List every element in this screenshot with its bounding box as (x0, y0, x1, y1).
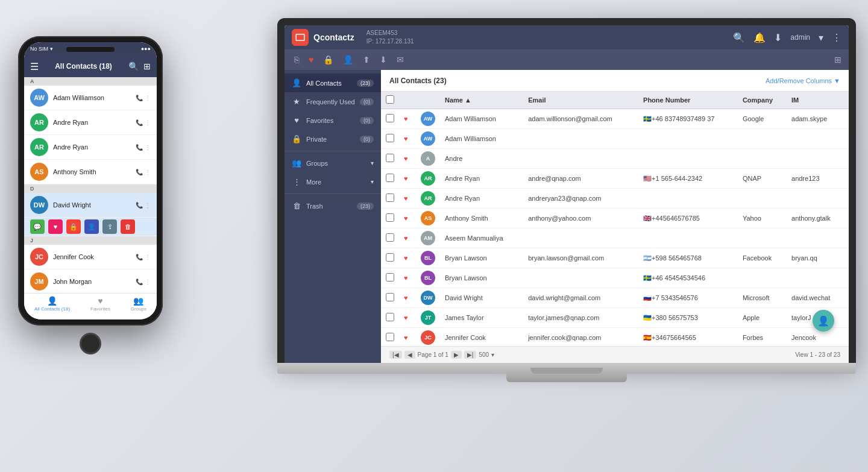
user-action[interactable]: 👤 (84, 219, 99, 234)
delete-action[interactable]: 🗑 (121, 219, 135, 234)
row-checkbox[interactable] (386, 213, 394, 222)
table-row[interactable]: ♥ JT James Taylor taylor.james@qnap.com … (381, 308, 849, 328)
lock-action[interactable]: 🔒 (66, 219, 81, 234)
admin-arrow-icon[interactable]: ▾ (819, 32, 823, 43)
row-phone: 🇺🇦+380 56575753 (638, 308, 738, 328)
sidebar-item-trash[interactable]: 🗑 Trash (23) (285, 197, 381, 215)
add-remove-columns-button[interactable]: Add/Remove Columns ▼ (766, 77, 840, 84)
toolbar-heart-icon[interactable]: ♥ (306, 52, 316, 67)
row-heart-icon[interactable]: ♥ (404, 195, 408, 202)
phone-home-button[interactable] (80, 333, 101, 354)
more-label: More (306, 178, 366, 186)
page-last[interactable]: ▶| (464, 351, 477, 359)
row-checkbox[interactable] (386, 174, 394, 182)
sidebar-item-all-contacts[interactable]: 👤 All Contacts (23) (285, 74, 381, 92)
sidebar-item-favorites[interactable]: ♥ Favorites (0) (285, 111, 381, 130)
list-item[interactable]: AS Anthony Smith 📞 ⋮ (24, 160, 157, 184)
row-checkbox[interactable] (386, 114, 394, 122)
col-company[interactable]: Company (738, 92, 787, 109)
sidebar-item-more[interactable]: ⋮ More ▾ (285, 172, 381, 191)
row-heart-icon[interactable]: ♥ (404, 254, 408, 262)
row-checkbox[interactable] (386, 154, 394, 162)
list-item-selected[interactable]: DW David Wright 📞 ⋮ (24, 193, 157, 218)
more-options-icon[interactable]: ⋮ (832, 32, 841, 43)
list-item[interactable]: JC Jennifer Cook 📞 ⋮ (24, 245, 157, 269)
sidebar-item-private[interactable]: 🔒 Private (0) (285, 130, 381, 148)
contact-name: Anthony Smith (53, 168, 131, 175)
table-row[interactable]: ♥ BL Bryan Lawson 🇸🇪+46 45454534546 (381, 268, 849, 288)
table-row[interactable]: ♥ A Andre (381, 149, 849, 169)
row-heart-icon[interactable]: ♥ (404, 155, 408, 162)
row-checkbox[interactable] (386, 194, 394, 202)
list-item[interactable]: AR Andre Ryan 📞 ⋮ (24, 110, 157, 135)
row-heart-icon[interactable]: ♥ (404, 115, 408, 122)
row-checkbox[interactable] (386, 273, 394, 282)
table-row[interactable]: ♥ AM Aseem Manmualiya (381, 228, 849, 248)
table-row[interactable]: ♥ DW David Wright david.wright@gmail.com… (381, 288, 849, 308)
message-action[interactable]: 💬 (30, 219, 45, 234)
row-heart-icon[interactable]: ♥ (404, 274, 408, 282)
nav-favorites[interactable]: ♥ Favorites (90, 296, 110, 317)
row-checkbox[interactable] (386, 333, 394, 341)
table-row[interactable]: ♥ AR Andre Ryan andreryan23@qnap.com (381, 189, 849, 209)
phone-search-icon[interactable]: 🔍 (128, 61, 139, 71)
col-phone[interactable]: Phone Number (638, 92, 738, 109)
row-checkbox[interactable] (386, 293, 394, 301)
nav-groups[interactable]: 👥 Groups (131, 296, 146, 317)
favorite-action[interactable]: ♥ (48, 219, 63, 234)
row-heart-icon[interactable]: ♥ (404, 175, 408, 182)
share-action[interactable]: ⇪ (102, 219, 117, 234)
row-phone: 🇬🇧+445646576785 (638, 209, 738, 228)
row-checkbox[interactable] (386, 313, 394, 321)
col-name[interactable]: Name ▲ (440, 92, 523, 109)
col-email[interactable]: Email (523, 92, 638, 109)
groups-arrow-icon: ▾ (371, 160, 374, 166)
list-item[interactable]: AR Andre Ryan 📞 ⋮ (24, 135, 157, 160)
notification-icon[interactable]: 🔔 (753, 32, 766, 43)
row-heart-icon[interactable]: ♥ (404, 314, 408, 321)
table-footer: |◀ ◀ Page 1 of 1 ▶ ▶| 500 ▾ View 1 - 23 … (381, 346, 849, 363)
row-heart-icon[interactable]: ♥ (404, 215, 408, 222)
page-next[interactable]: ▶ (451, 351, 462, 359)
table-row[interactable]: ♥ JC Jennifer Cook jennifer.cook@qnap.co… (381, 328, 849, 347)
search-icon[interactable]: 🔍 (733, 32, 745, 43)
frequently-used-count: (0) (360, 98, 374, 105)
row-heart-icon[interactable]: ♥ (404, 294, 408, 301)
toolbar-columns-icon[interactable]: ⊞ (834, 55, 841, 65)
row-heart-cell: ♥ (399, 228, 416, 248)
groups-icon: 👥 (292, 159, 301, 168)
page-prev[interactable]: ◀ (404, 351, 415, 359)
toolbar-copy-icon[interactable]: ⎘ (292, 52, 301, 67)
list-item[interactable]: JM John Morgan 📞 ⋮ (24, 269, 157, 293)
download-icon[interactable]: ⬇ (774, 32, 782, 43)
table-row[interactable]: ♥ AR Andre Ryan andre@qnap.com 🇺🇸+1 565-… (381, 169, 849, 189)
page-first[interactable]: |◀ (389, 351, 402, 359)
favorites-count: (0) (360, 117, 374, 124)
row-checkbox[interactable] (386, 233, 394, 242)
per-page-arrow[interactable]: ▾ (491, 351, 494, 358)
row-heart-icon[interactable]: ♥ (404, 234, 408, 242)
row-heart-icon[interactable]: ♥ (404, 334, 408, 341)
table-row[interactable]: ♥ AW Adam Williamson adam.willionson@gma… (381, 109, 849, 129)
table-row[interactable]: ♥ AS Anthony Smith anthony@yahoo.com 🇬🇧+… (381, 209, 849, 228)
list-item[interactable]: AW Adam Williamson 📞 ⋮ (24, 86, 157, 110)
toolbar-upload-icon[interactable]: ⬆ (360, 52, 373, 67)
row-heart-icon[interactable]: ♥ (404, 135, 408, 142)
phone-grid-icon[interactable]: ⊞ (143, 61, 151, 71)
toolbar-download-icon[interactable]: ⬇ (377, 52, 389, 67)
sidebar-item-groups[interactable]: 👥 Groups ▾ (285, 154, 381, 172)
toolbar-lock-icon[interactable]: 🔒 (321, 52, 336, 67)
phone-flag: 🇪🇸 (643, 334, 652, 341)
table-row[interactable]: ♥ BL Bryan Lawson bryan.lawson@gmail.com… (381, 248, 849, 268)
floating-add-contact-button[interactable]: 👤 (813, 310, 834, 332)
table-row[interactable]: ♥ AW Adam Williamson (381, 129, 849, 149)
sidebar-item-frequently-used[interactable]: ★ Frequently Used (0) (285, 92, 381, 111)
toolbar-email-icon[interactable]: ✉ (394, 52, 406, 67)
row-checkbox[interactable] (386, 253, 394, 262)
page-info: Page 1 of 1 (418, 351, 448, 358)
row-checkbox[interactable] (386, 134, 394, 142)
nav-all-contacts[interactable]: 👤 All Contacts (18) (34, 296, 70, 317)
toolbar-user-icon[interactable]: 👤 (341, 52, 356, 67)
col-im[interactable]: IM (787, 92, 849, 109)
select-all-checkbox[interactable] (386, 95, 394, 104)
